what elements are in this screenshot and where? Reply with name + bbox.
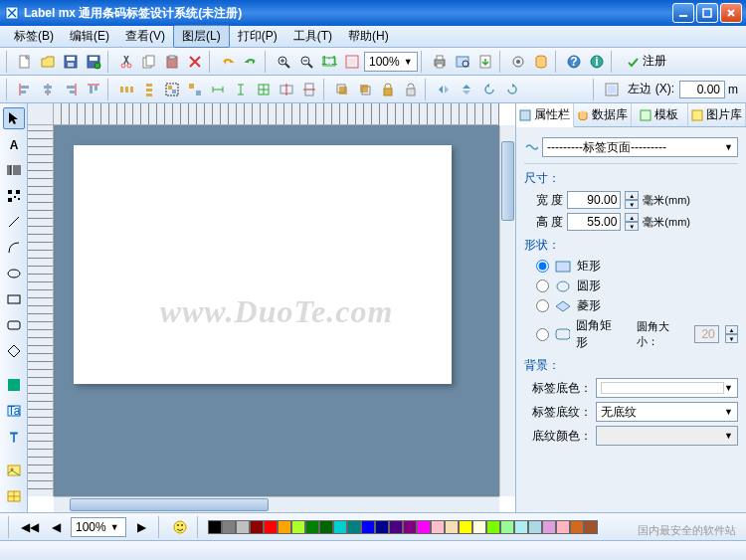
ruler-horizontal[interactable] xyxy=(54,103,499,125)
close-button[interactable] xyxy=(720,3,742,23)
menu-layer[interactable]: 图层(L) xyxy=(173,25,230,48)
zoom100-button[interactable]: 1:1 xyxy=(318,51,340,73)
send-back-icon[interactable] xyxy=(354,79,376,100)
menu-label[interactable]: 标签(B) xyxy=(6,26,62,47)
save-button[interactable] xyxy=(60,51,82,73)
qrcode-tool[interactable] xyxy=(3,185,25,207)
flip-h-icon[interactable] xyxy=(433,79,455,100)
align-center-h-icon[interactable] xyxy=(37,79,59,100)
roundrect-tool[interactable] xyxy=(3,314,25,336)
nav-first-icon[interactable]: ◀◀ xyxy=(19,516,41,538)
ellipse-tool[interactable] xyxy=(3,263,25,284)
color-swatch[interactable] xyxy=(291,520,305,534)
export-button[interactable] xyxy=(474,51,496,73)
label-page[interactable] xyxy=(74,145,452,384)
shape-diamond-radio[interactable] xyxy=(536,299,549,312)
unlock-icon[interactable] xyxy=(400,79,422,100)
color-swatch[interactable] xyxy=(584,520,598,534)
distribute-h-icon[interactable] xyxy=(115,79,137,100)
color-swatch[interactable] xyxy=(278,520,291,534)
line-tool[interactable] xyxy=(3,211,25,233)
print-button[interactable] xyxy=(429,51,451,73)
table-tool[interactable] xyxy=(3,485,25,507)
color-swatch[interactable] xyxy=(319,520,333,534)
height-input[interactable]: 55.00 xyxy=(567,213,621,231)
diamond-tool[interactable] xyxy=(3,340,25,362)
ungroup-icon[interactable] xyxy=(184,79,206,100)
bg-pattern-select[interactable]: 无底纹▼ xyxy=(596,402,738,422)
smile-icon[interactable] xyxy=(169,516,191,538)
db-button[interactable] xyxy=(530,51,552,73)
nav-next-icon[interactable]: ▶ xyxy=(130,516,152,538)
status-zoom-combo[interactable]: 100%▼ xyxy=(71,517,126,537)
height-spinner[interactable]: ▲▼ xyxy=(625,213,639,231)
color-swatch[interactable] xyxy=(389,520,403,534)
margin-grid-icon[interactable] xyxy=(601,79,623,100)
shape-rect-radio[interactable] xyxy=(536,260,549,273)
flip-v-icon[interactable] xyxy=(456,79,477,100)
shape-roundrect-radio[interactable] xyxy=(536,328,549,341)
width-input[interactable]: 90.00 xyxy=(567,191,621,209)
rect-tool[interactable] xyxy=(3,288,25,310)
center-v-page-icon[interactable] xyxy=(298,79,320,100)
color-swatch[interactable] xyxy=(250,520,264,534)
align-left-icon[interactable] xyxy=(14,79,36,100)
copy-button[interactable] xyxy=(138,51,160,73)
same-height-icon[interactable] xyxy=(230,79,252,100)
color-swatch[interactable] xyxy=(222,520,236,534)
color-swatch[interactable] xyxy=(459,520,472,534)
lock-icon[interactable] xyxy=(377,79,399,100)
color-swatch[interactable] xyxy=(417,520,431,534)
new-button[interactable] xyxy=(14,51,36,73)
scrollbar-horizontal[interactable] xyxy=(54,496,499,512)
shape-circle-radio[interactable] xyxy=(536,280,549,292)
menu-help[interactable]: 帮助(H) xyxy=(340,26,397,47)
zoomin-button[interactable] xyxy=(273,51,294,73)
bring-front-icon[interactable] xyxy=(331,79,353,100)
text-tool[interactable]: A xyxy=(3,133,25,155)
rotate-right-icon[interactable] xyxy=(501,79,523,100)
open-button[interactable] xyxy=(37,51,59,73)
color-swatch[interactable] xyxy=(236,520,250,534)
saveas-button[interactable] xyxy=(83,51,104,73)
register-icon[interactable]: 注册 xyxy=(619,51,673,73)
menu-tool[interactable]: 工具(T) xyxy=(285,26,340,47)
color-swatch[interactable] xyxy=(264,520,278,534)
maximize-button[interactable] xyxy=(696,3,718,23)
page-selector[interactable]: ---------标签页面---------▼ xyxy=(542,137,738,157)
align-top-icon[interactable] xyxy=(83,79,104,100)
color-swatch[interactable] xyxy=(472,520,486,534)
menu-print[interactable]: 打印(P) xyxy=(230,26,285,47)
group-icon[interactable] xyxy=(161,79,183,100)
same-size-icon[interactable] xyxy=(253,79,275,100)
color-swatch[interactable] xyxy=(305,520,319,534)
tab-database[interactable]: 数据库 xyxy=(574,103,632,126)
pointer-tool[interactable] xyxy=(3,107,25,129)
curve-tool[interactable] xyxy=(3,237,25,259)
color-swatch[interactable] xyxy=(361,520,375,534)
about-button[interactable]: i xyxy=(586,51,608,73)
color-swatch[interactable] xyxy=(486,520,500,534)
pattern-color-select[interactable]: ▼ xyxy=(596,426,738,446)
tab-images[interactable]: 图片库 xyxy=(688,103,746,126)
ruler-corner[interactable] xyxy=(28,103,54,125)
color-swatch[interactable] xyxy=(445,520,459,534)
ruler-vertical[interactable] xyxy=(28,125,54,496)
color-swatch[interactable] xyxy=(347,520,361,534)
tab-template[interactable]: 模板 xyxy=(632,103,689,126)
color-swatch[interactable] xyxy=(375,520,389,534)
zoomout-button[interactable] xyxy=(295,51,317,73)
color-swatch[interactable] xyxy=(431,520,445,534)
barcode-tool[interactable] xyxy=(3,159,25,181)
menu-view[interactable]: 查看(V) xyxy=(117,26,173,47)
color-swatch[interactable] xyxy=(333,520,347,534)
settings-button[interactable] xyxy=(507,51,529,73)
bg-color-select[interactable]: ▼ xyxy=(596,378,738,398)
color-swatch[interactable] xyxy=(403,520,417,534)
help-button[interactable]: ? xyxy=(563,51,585,73)
scrollbar-vertical[interactable] xyxy=(499,125,515,496)
preview-button[interactable] xyxy=(452,51,473,73)
color-swatch[interactable] xyxy=(570,520,584,534)
minimize-button[interactable] xyxy=(672,3,694,23)
color-swatch[interactable] xyxy=(500,520,514,534)
